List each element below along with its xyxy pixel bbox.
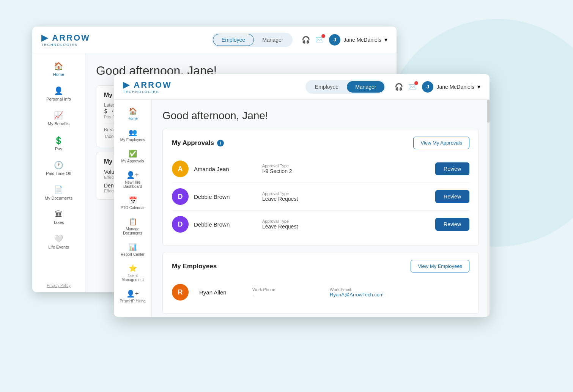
avatar-front: J	[422, 81, 433, 93]
sidebar-item-talent-front[interactable]: ⭐ Talent Management	[114, 261, 151, 285]
approvals-header: My Approvals i View My Approvals	[172, 137, 469, 149]
user-name-back: Jane McDaniels	[343, 37, 381, 43]
approval-name-3: Debbie Brown	[194, 221, 255, 228]
sidebar-item-docs-back[interactable]: 📄 My Documents	[32, 181, 85, 205]
review-button-1[interactable]: Review	[435, 162, 469, 175]
approval-name-2: Debbie Brown	[194, 194, 255, 200]
sidebar-label-approvals-front: My Approvals	[121, 159, 144, 163]
brand-name-back: ▶ ARROW	[41, 33, 90, 43]
sidebar-label-talent-front: Talent Management	[116, 274, 149, 282]
work-email-label: Work Email:	[330, 287, 469, 292]
brand-sub-back: TECHNOLOGIES	[41, 43, 90, 47]
approval-type-label-3: Approval Type	[262, 219, 435, 224]
emp-name-col: Ryan Allen	[199, 289, 245, 296]
manager-body: 🏠 Home 👥 My Employees ✅ My Approvals 👤+ …	[114, 100, 490, 317]
approval-row-1: A Amanda Jean Approval Type I-9 Section …	[172, 155, 469, 183]
avatar-debbie-2: D	[172, 216, 189, 233]
sidebar-item-employees-front[interactable]: 👥 My Employees	[114, 125, 151, 145]
manager-header: ▶ ARROW TECHNOLOGIES Employee Manager 🎧 …	[114, 74, 490, 100]
privacy-policy-back[interactable]: Privacy Policy	[47, 283, 70, 288]
reports-icon-front: 📊	[129, 243, 137, 251]
user-chip-front[interactable]: J Jane McDaniels ▾	[422, 81, 480, 93]
logo-front: ▶ ARROW TECHNOLOGIES	[123, 80, 172, 94]
prismhp-icon-front: 👤+	[126, 290, 139, 298]
sidebar-item-prismhp-front[interactable]: 👤+ PrismHP Hiring	[114, 286, 151, 307]
sidebar-label-home-back: Home	[53, 72, 64, 77]
pay-icon-back: 💲	[54, 136, 63, 145]
sidebar-label-pto-back: Paid Time Off	[46, 171, 71, 176]
approvals-icon-front: ✅	[129, 150, 137, 158]
sidebar-item-home-back[interactable]: 🏠 Home	[32, 58, 85, 81]
sidebar-item-life-back[interactable]: 🤍 Life Events	[32, 230, 85, 253]
employees-icon-front: 👥	[129, 128, 137, 137]
tab-employee-back[interactable]: Employee	[213, 34, 254, 46]
benefits-icon-back: 📈	[54, 111, 63, 120]
mail-badge-back	[321, 34, 325, 38]
sidebar-label-pay-back: Pay	[55, 146, 62, 151]
sidebar-label-life-back: Life Events	[48, 245, 69, 250]
sidebar-label-prismhp-front: PrismHP Hiring	[120, 299, 145, 303]
sidebar-label-newhire-front: New Hire Dashboard	[116, 180, 149, 189]
pto-icon-front: 📅	[129, 196, 137, 205]
view-my-approvals-button[interactable]: View My Approvals	[413, 137, 469, 149]
logo-back: ▶ ARROW TECHNOLOGIES	[41, 33, 90, 47]
headset-icon-back[interactable]: 🎧	[302, 36, 310, 44]
tab-employee-front[interactable]: Employee	[307, 81, 347, 93]
work-phone-label: Work Phone:	[252, 287, 322, 292]
sidebar-item-personal-back[interactable]: 👤 Personal Info	[32, 82, 85, 105]
sidebar-item-benefits-back[interactable]: 📈 My Benefits	[32, 107, 85, 130]
newhire-icon-front: 👤+	[126, 171, 139, 179]
tab-manager-front[interactable]: Manager	[347, 81, 384, 93]
chevron-down-icon-back: ▾	[384, 36, 387, 43]
tab-manager-back[interactable]: Manager	[254, 34, 291, 46]
view-my-employees-button[interactable]: View My Employees	[411, 260, 469, 272]
sidebar-item-pto-back[interactable]: 🕐 Paid Time Off	[32, 157, 85, 180]
taxes-icon-back: 🏛	[55, 210, 63, 219]
sidebar-label-personal-back: Personal Info	[46, 97, 71, 102]
scroll-track-front[interactable]	[487, 100, 490, 317]
nav-tabs-back: Employee Manager	[212, 33, 293, 47]
sidebar-label-home-front: Home	[128, 116, 138, 121]
sidebar-back: 🏠 Home 👤 Personal Info 📈 My Benefits 💲 P…	[32, 53, 85, 292]
mail-icon-back[interactable]: ✉️	[315, 36, 324, 44]
mail-icon-front[interactable]: ✉️	[408, 83, 417, 91]
employee-row-1: R Ryan Allen Work Phone: - Work Email: R…	[172, 279, 469, 306]
header-icons-back: 🎧 ✉️ J Jane McDaniels ▾	[302, 34, 387, 46]
sidebar-label-benefits-back: My Benefits	[48, 121, 69, 126]
sidebar-item-home-front[interactable]: 🏠 Home	[114, 104, 151, 124]
home-icon-back: 🏠	[54, 61, 63, 71]
nav-tabs-front: Employee Manager	[305, 80, 386, 94]
sidebar-item-pay-back[interactable]: 💲 Pay	[32, 132, 85, 155]
pto-icon-back: 🕐	[54, 161, 63, 170]
greeting-front: Good afternoon, Jane!	[162, 110, 479, 122]
sidebar-item-pto-front[interactable]: 📅 PTO Calendar	[114, 193, 151, 213]
employee-header: ▶ ARROW TECHNOLOGIES Employee Manager 🎧 …	[32, 27, 397, 53]
sidebar-item-taxes-back[interactable]: 🏛 Taxes	[32, 206, 85, 229]
sidebar-label-docs-back: My Documents	[45, 196, 72, 201]
my-approvals-section: My Approvals i View My Approvals A Amand…	[162, 129, 479, 246]
user-chip-back[interactable]: J Jane McDaniels ▾	[329, 34, 387, 46]
avatar-debbie-1: D	[172, 188, 189, 205]
review-button-2[interactable]: Review	[435, 190, 469, 203]
mail-badge-front	[414, 81, 418, 85]
life-icon-back: 🤍	[54, 234, 63, 243]
sidebar-item-reports-front[interactable]: 📊 Report Center	[114, 239, 151, 260]
sidebar-label-taxes-back: Taxes	[53, 220, 64, 225]
approval-name-1: Amanda Jean	[194, 166, 255, 172]
sidebar-item-newhire-front[interactable]: 👤+ New Hire Dashboard	[114, 167, 151, 192]
sidebar-front: 🏠 Home 👥 My Employees ✅ My Approvals 👤+ …	[114, 100, 152, 317]
main-content-front: Good afternoon, Jane! My Approvals i Vie…	[152, 100, 490, 317]
header-icons-front: 🎧 ✉️ J Jane McDaniels ▾	[395, 81, 480, 93]
employees-title: My Employees	[172, 263, 217, 270]
avatar-ryan: R	[172, 284, 189, 301]
mangedocs-icon-front: 📋	[129, 217, 137, 226]
emp-phone-col: Work Phone: -	[252, 287, 322, 298]
review-button-3[interactable]: Review	[435, 218, 469, 231]
approval-row-2: D Debbie Brown Approval Type Leave Reque…	[172, 183, 469, 211]
employee-name-1: Ryan Allen	[199, 289, 245, 296]
headset-icon-front[interactable]: 🎧	[395, 83, 403, 91]
sidebar-item-approvals-front[interactable]: ✅ My Approvals	[114, 146, 151, 167]
approvals-info-icon: i	[217, 140, 224, 146]
sidebar-item-mangedocs-front[interactable]: 📋 Manage Documents	[114, 214, 151, 239]
person-icon-back: 👤	[54, 86, 63, 95]
